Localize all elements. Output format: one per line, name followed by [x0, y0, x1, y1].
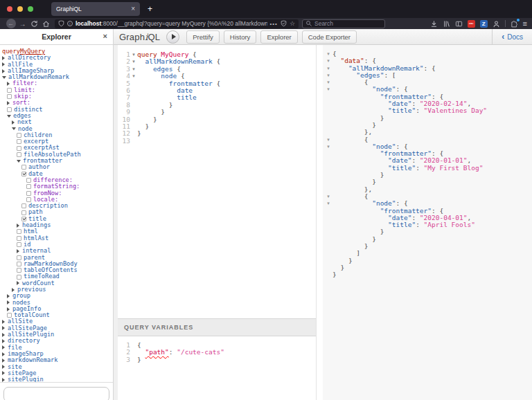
expand-arrow-icon[interactable] — [2, 320, 5, 324]
expand-arrow-icon[interactable] — [17, 224, 19, 228]
fold-toggle-icon[interactable]: ▾ — [324, 86, 332, 93]
expand-arrow-icon[interactable] — [7, 82, 10, 86]
minimize-window-button[interactable] — [17, 6, 23, 12]
explorer-tree-row[interactable]: timeToRead — [2, 273, 113, 280]
fold-toggle-icon[interactable]: ▾ — [324, 65, 332, 72]
checkbox-unchecked[interactable] — [17, 139, 21, 144]
checkbox-unchecked[interactable] — [17, 275, 21, 280]
shield-icon[interactable] — [58, 20, 64, 27]
expand-arrow-icon[interactable] — [2, 378, 5, 382]
checkbox-unchecked[interactable] — [17, 262, 21, 266]
explorer-tree-row[interactable]: children — [2, 132, 113, 138]
fold-toggle-icon[interactable]: ▾ — [324, 136, 332, 143]
explorer-close-icon[interactable]: × — [103, 32, 107, 40]
expand-arrow-icon[interactable] — [12, 120, 15, 125]
checkbox-unchecked[interactable] — [21, 203, 26, 208]
explorer-add-query-input[interactable] — [3, 387, 109, 400]
checkbox-unchecked[interactable] — [17, 255, 21, 260]
checkbox-unchecked[interactable] — [7, 107, 12, 112]
checkbox-unchecked[interactable] — [17, 133, 21, 138]
checkbox-unchecked[interactable] — [26, 184, 31, 189]
toolbar-button-prettify[interactable]: Prettify — [186, 30, 220, 44]
lastpass-icon[interactable] — [468, 20, 475, 28]
forward-button[interactable]: → — [17, 20, 28, 28]
search-input[interactable] — [314, 20, 382, 27]
new-tab-button[interactable]: + — [148, 5, 152, 13]
query-editor[interactable]: 1▾query MyQuery {2▾ allMarkdownRemark {3… — [114, 45, 316, 318]
fold-toggle-icon[interactable]: ▾ — [324, 79, 332, 86]
collapse-arrow-icon[interactable] — [2, 76, 6, 79]
collapse-arrow-icon[interactable] — [12, 127, 16, 130]
checkbox-unchecked[interactable] — [17, 268, 21, 273]
explorer-tree-row[interactable]: author — [2, 164, 113, 170]
home-button[interactable] — [40, 20, 52, 28]
pane-resize-divider[interactable] — [316, 45, 323, 400]
reload-button[interactable] — [28, 20, 40, 28]
fold-toggle-icon[interactable]: ▾ — [130, 66, 137, 73]
expand-arrow-icon[interactable] — [2, 365, 5, 369]
expand-arrow-icon[interactable] — [2, 62, 5, 66]
expand-arrow-icon[interactable] — [2, 345, 5, 349]
checkbox-unchecked[interactable] — [26, 178, 31, 183]
fold-toggle-icon[interactable]: ▾ — [324, 143, 332, 150]
expand-arrow-icon[interactable] — [2, 371, 5, 375]
explorer-tree-row[interactable]: path — [2, 209, 113, 215]
execute-query-button[interactable] — [166, 30, 179, 44]
explorer-tree-row[interactable]: sitePlugin — [2, 376, 113, 382]
sidebar-view-icon[interactable] — [455, 20, 463, 28]
expand-arrow-icon[interactable] — [7, 101, 10, 105]
fold-toggle-icon[interactable]: ▾ — [130, 58, 137, 65]
fold-toggle-icon[interactable]: ▾ — [324, 51, 332, 57]
tab-close-icon[interactable]: × — [131, 6, 135, 12]
library-icon[interactable] — [443, 20, 450, 28]
fold-toggle-icon[interactable]: ▾ — [130, 73, 137, 80]
toolbar-button-code-exporter[interactable]: Code Exporter — [302, 30, 357, 44]
expand-arrow-icon[interactable] — [2, 69, 5, 73]
explorer-tree-row[interactable]: title — [2, 216, 113, 222]
collapse-arrow-icon[interactable] — [7, 115, 11, 118]
checkbox-unchecked[interactable] — [26, 197, 31, 202]
url-bar[interactable]: i localhost:8000/__graphql?query=query M… — [55, 19, 299, 28]
fold-toggle-icon[interactable]: ▾ — [324, 72, 332, 79]
checkbox-unchecked[interactable] — [7, 94, 12, 99]
collapse-arrow-icon[interactable] — [17, 160, 21, 163]
fold-toggle-icon[interactable]: ▾ — [324, 193, 332, 200]
explorer-tree-row[interactable]: node — [2, 126, 113, 132]
checkbox-unchecked[interactable] — [17, 229, 21, 234]
fold-toggle-icon[interactable]: ▾ — [324, 200, 332, 207]
explorer-tree-row[interactable]: html — [2, 228, 113, 235]
account-icon[interactable] — [493, 20, 500, 28]
checkbox-unchecked[interactable] — [17, 152, 21, 157]
expand-arrow-icon[interactable] — [7, 307, 10, 311]
expand-arrow-icon[interactable] — [2, 326, 5, 330]
extensions-button[interactable] — [511, 20, 518, 28]
explorer-tree-row[interactable]: description — [2, 203, 113, 209]
explorer-tree-row[interactable]: headings — [2, 222, 113, 228]
variables-editor[interactable]: 1{2 "path": "/cute-cats"3} — [114, 336, 316, 400]
download-icon[interactable] — [430, 20, 438, 28]
search-bar[interactable] — [302, 19, 385, 28]
expand-arrow-icon[interactable] — [17, 249, 19, 253]
checkbox-unchecked[interactable] — [7, 88, 12, 93]
explorer-tree-row[interactable]: frontmatter — [2, 158, 113, 164]
explorer-tree-row[interactable]: id — [2, 242, 113, 248]
zoom-window-button[interactable] — [28, 6, 33, 12]
expand-arrow-icon[interactable] — [17, 281, 19, 285]
docs-toggle-button[interactable]: ‹ Docs — [492, 29, 532, 44]
explorer-tree-row[interactable]: htmlAst — [2, 235, 113, 242]
expand-arrow-icon[interactable] — [12, 288, 15, 292]
checkbox-unchecked[interactable] — [21, 210, 26, 215]
bookmark-star-icon[interactable]: ☆ — [290, 20, 295, 27]
fold-toggle-icon[interactable]: ▾ — [130, 51, 137, 58]
fold-toggle-icon[interactable]: ▾ — [324, 57, 332, 64]
expand-arrow-icon[interactable] — [2, 352, 5, 356]
expand-arrow-icon[interactable] — [2, 339, 5, 343]
protections-badge-icon[interactable] — [281, 20, 287, 27]
checkbox-unchecked[interactable] — [17, 236, 21, 241]
expand-arrow-icon[interactable] — [2, 358, 5, 363]
expand-arrow-icon[interactable] — [7, 300, 10, 304]
checkbox-unchecked[interactable] — [7, 313, 12, 318]
close-window-button[interactable] — [7, 6, 12, 12]
back-button[interactable]: ← — [5, 19, 17, 28]
expand-arrow-icon[interactable] — [2, 56, 5, 60]
